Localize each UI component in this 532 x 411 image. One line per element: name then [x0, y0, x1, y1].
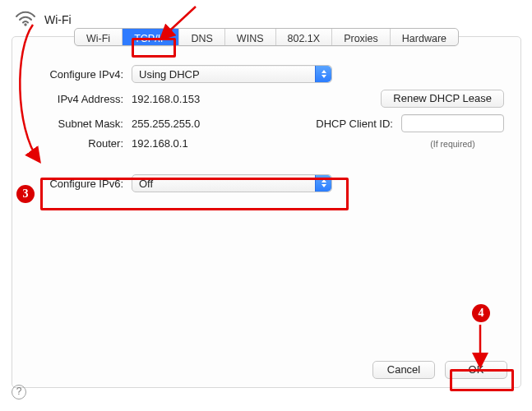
subnet-mask-label: Subnet Mask: [29, 118, 123, 130]
annotation-step-4: 4 [472, 304, 490, 322]
dhcp-clientid-label: DHCP Client ID: [316, 118, 393, 130]
settings-panel: Wi-Fi TCP/IP DNS WINS 802.1X Proxies Har… [12, 36, 521, 388]
tab-wifi[interactable]: Wi-Fi [75, 29, 123, 45]
renew-dhcp-button[interactable]: Renew DHCP Lease [381, 90, 504, 108]
router-value: 192.168.0.1 [132, 137, 188, 150]
updown-icon [315, 175, 331, 192]
configure-ipv4-select[interactable]: Using DHCP [132, 65, 332, 83]
router-label: Router: [29, 137, 123, 150]
configure-ipv4-value: Using DHCP [139, 68, 200, 81]
cancel-button[interactable]: Cancel [372, 361, 435, 379]
tab-tcpip[interactable]: TCP/IP [123, 29, 179, 45]
configure-ipv4-label: Configure IPv4: [29, 68, 123, 81]
configure-ipv6-select[interactable]: Off [132, 174, 332, 192]
dhcp-clientid-hint: (If required) [401, 139, 504, 149]
updown-icon [315, 66, 331, 82]
tab-8021x[interactable]: 802.1X [276, 29, 333, 45]
tabs-container: Wi-Fi TCP/IP DNS WINS 802.1X Proxies Har… [12, 28, 520, 46]
tabs: Wi-Fi TCP/IP DNS WINS 802.1X Proxies Har… [74, 28, 459, 46]
configure-ipv6-label: Configure IPv6: [29, 178, 123, 190]
ok-button[interactable]: OK [445, 361, 507, 379]
tab-hardware[interactable]: Hardware [391, 29, 458, 45]
help-button[interactable]: ? [12, 385, 26, 399]
configure-ipv6-value: Off [139, 178, 153, 190]
tab-wins[interactable]: WINS [225, 29, 276, 45]
subnet-mask-value: 255.255.255.0 [132, 118, 255, 130]
ipv4-address-label: IPv4 Address: [29, 93, 123, 105]
ipv4-address-value: 192.168.0.153 [132, 93, 332, 105]
svg-point-0 [24, 23, 26, 25]
window-title: Wi-Fi [44, 13, 72, 26]
tab-dns[interactable]: DNS [179, 29, 224, 45]
wifi-icon [15, 10, 36, 29]
annotation-step-3: 3 [16, 185, 35, 203]
tab-proxies[interactable]: Proxies [332, 29, 391, 45]
dhcp-clientid-input[interactable] [401, 114, 504, 132]
